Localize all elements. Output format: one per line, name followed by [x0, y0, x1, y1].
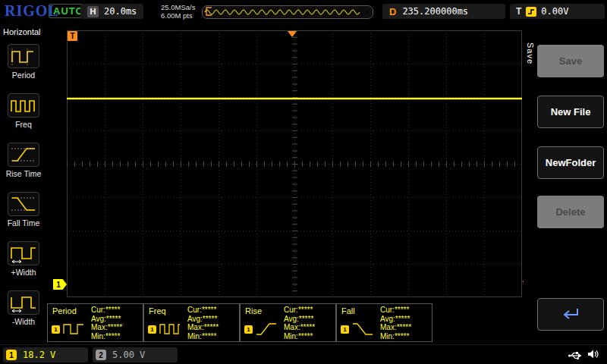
measure-item-fall-time[interactable]: Fall Time: [0, 192, 47, 239]
stat-values: Cur:***** Avg:***** Max:***** Min:*****: [380, 306, 411, 340]
new-file-button[interactable]: New File: [537, 96, 604, 128]
back-button[interactable]: [537, 298, 604, 331]
measure-item-freq[interactable]: Freq: [0, 93, 47, 140]
rise-wave-icon: [255, 322, 278, 337]
usb-icon: [568, 350, 583, 363]
measure-stat-period: Period 1 Cur:***** Avg:***** Max:***** M…: [47, 303, 143, 342]
stat-title: Rise: [245, 306, 262, 315]
bottom-status-bar: 1 18.2 V 2 5.00 V: [0, 344, 607, 364]
stat-title: Freq: [149, 306, 166, 315]
trigger-level-value: 0.00V: [541, 6, 568, 17]
measure-stat-rise: Rise 1 Cur:***** Avg:***** Max:***** Min…: [240, 303, 336, 342]
stat-values: Cur:***** Avg:***** Max:***** Min:*****: [187, 306, 219, 340]
stat-source-icon: 1: [341, 322, 374, 337]
menu-tab-save: Save: [526, 42, 535, 64]
channel1-badge: 1: [148, 325, 156, 334]
left-menu-title: Horizontal: [3, 27, 41, 36]
delay-readout: D 235.200000ms: [382, 4, 505, 19]
channel2-status: 2 5.00 V: [93, 347, 178, 362]
fall-time-icon: [8, 192, 39, 216]
stat-values: Cur:***** Avg:***** Max:***** Min:*****: [91, 306, 122, 340]
measure-stat-fall: Fall 1 Cur:***** Avg:***** Max:***** Min…: [336, 303, 432, 342]
channel1-status: 1 18.2 V: [3, 347, 88, 362]
speaker-icon: [587, 349, 599, 362]
waveform-memory-preview: [202, 5, 373, 19]
t-label: T: [516, 6, 521, 17]
rise-time-icon: [8, 143, 39, 167]
acquisition-readout: 25.0MSa/s 6.00M pts: [161, 3, 195, 20]
channel1-badge: 1: [244, 325, 253, 334]
freq-icon: [8, 93, 39, 118]
measure-item-label: Rise Time: [6, 169, 42, 178]
freq-wave-icon: [159, 322, 181, 337]
stat-source-icon: 1: [244, 322, 278, 337]
stat-source-icon: 1: [52, 322, 85, 337]
measure-item-label: Freq: [15, 120, 32, 129]
trigger-corner-marker: T: [68, 31, 77, 41]
measure-item-label: -Width: [12, 317, 35, 326]
stat-title: Period: [52, 306, 77, 315]
measure-item-period[interactable]: Period: [0, 44, 47, 91]
channel1-badge: 1: [6, 350, 17, 360]
trigger-readout: T 0.00V: [510, 4, 605, 19]
stat-title: Fall: [341, 306, 355, 315]
trigger-edge-icon: [526, 7, 536, 17]
channel1-badge: 1: [341, 325, 349, 334]
new-file-button-label: New File: [551, 106, 591, 118]
period-wave-icon: [62, 322, 85, 337]
new-folder-button-label: NewFolder: [546, 157, 596, 168]
horizontal-timebase-readout: H 20.0ms: [80, 4, 143, 19]
save-button-label: Save: [559, 55, 582, 67]
return-arrow-icon: [560, 306, 581, 323]
measure-stat-freq: Freq 1 Cur:***** Avg:***** Max:***** Min…: [143, 303, 240, 342]
preview-wave-icon: [203, 6, 371, 17]
delay-value: 235.200000ms: [402, 6, 468, 17]
measure-item-label: Fall Time: [8, 218, 40, 228]
graticule: [67, 30, 522, 297]
delete-button-label: Delete: [555, 206, 585, 218]
minus-width-icon: [8, 290, 39, 315]
sample-rate: 25.0MSa/s: [161, 3, 195, 11]
channel1-scale: 18.2 V: [23, 350, 55, 360]
channel2-badge: 2: [96, 350, 106, 360]
d-label: D: [389, 6, 396, 17]
plus-width-icon: [8, 241, 39, 265]
measure-item-label: Period: [12, 71, 35, 80]
h-label: H: [87, 6, 99, 17]
save-button[interactable]: Save: [537, 45, 604, 77]
channel1-ground-marker: 1: [53, 279, 67, 290]
stat-values: Cur:***** Avg:***** Max:***** Min:*****: [284, 306, 315, 340]
measure-item-minus-width[interactable]: -Width: [0, 290, 47, 337]
top-status-bar: RIGOL AUTO H 20.0ms 25.0MSa/s 6.00M pts …: [0, 0, 607, 23]
channel1-badge: 1: [52, 325, 60, 334]
left-measure-menu: Horizontal Period Freq Rise Time Fall Ti…: [0, 23, 47, 344]
fall-wave-icon: [351, 322, 374, 337]
oscilloscope-screen: RIGOL AUTO H 20.0ms 25.0MSa/s 6.00M pts …: [0, 0, 607, 364]
measure-item-label: +Width: [11, 268, 36, 277]
waveform-display: [67, 30, 522, 297]
timebase-value: 20.0ms: [104, 6, 137, 17]
channel2-scale: 5.00 V: [112, 350, 145, 360]
delete-button[interactable]: Delete: [537, 196, 604, 228]
measure-item-rise-time[interactable]: Rise Time: [0, 143, 47, 190]
new-folder-button[interactable]: NewFolder: [537, 146, 604, 179]
stat-source-icon: 1: [148, 322, 181, 337]
measure-item-plus-width[interactable]: +Width: [0, 241, 47, 288]
period-icon: [8, 44, 39, 68]
memory-depth: 6.00M pts: [161, 11, 195, 20]
